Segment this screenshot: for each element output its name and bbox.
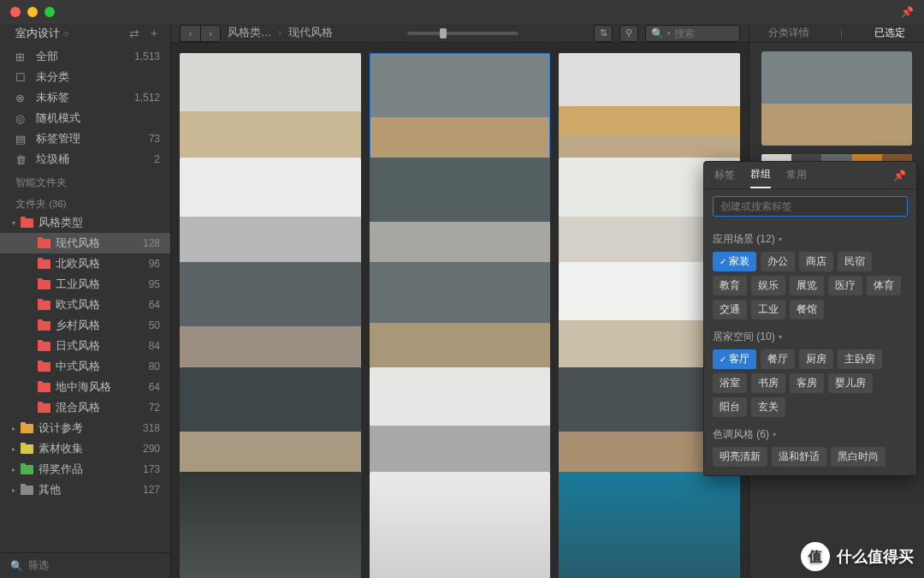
sidebar-item[interactable]: ⊞ 全部 1,513 bbox=[0, 46, 170, 67]
tag-option[interactable]: 黑白时尚 bbox=[831, 447, 886, 467]
filter-button[interactable]: ⚲ bbox=[619, 25, 638, 42]
tag-option[interactable]: 客厅 bbox=[713, 349, 756, 369]
thumbnail[interactable] bbox=[370, 262, 551, 379]
tag-option[interactable]: 餐馆 bbox=[790, 300, 824, 319]
library-switcher[interactable]: 室内设计 ◇ ⇄ ＋ bbox=[0, 24, 170, 43]
sidebar-item[interactable]: ⊗ 未标签 1,512 bbox=[0, 87, 170, 108]
add-icon[interactable]: ＋ bbox=[148, 26, 160, 41]
sidebar-item[interactable]: ▤ 标签管理 73 bbox=[0, 128, 170, 149]
folder-item[interactable]: 乡村风格 50 bbox=[0, 315, 170, 336]
tab-groups[interactable]: 群组 bbox=[750, 162, 771, 188]
thumbnail-selected[interactable] bbox=[370, 53, 551, 170]
thumbnail[interactable] bbox=[559, 472, 740, 578]
tab-tags[interactable]: 标签 bbox=[714, 163, 735, 188]
search-dropdown-icon[interactable]: ▾ bbox=[667, 30, 671, 37]
group-heading[interactable]: 居家空间 (10)▾ bbox=[713, 330, 908, 344]
folder-item[interactable]: ▾ 风格类型 bbox=[0, 212, 170, 233]
group-heading[interactable]: 色调风格 (6)▾ bbox=[713, 427, 908, 442]
expand-icon[interactable]: ▸ bbox=[12, 466, 21, 474]
folder-item[interactable]: 地中海风格 64 bbox=[0, 377, 170, 397]
thumbnail[interactable] bbox=[370, 472, 551, 578]
tag-option[interactable]: 工业 bbox=[751, 300, 785, 319]
breadcrumb[interactable]: 风格类… › 现代风格 bbox=[228, 26, 333, 40]
popover-search[interactable] bbox=[713, 196, 908, 217]
folder-item[interactable]: 工业风格 95 bbox=[0, 274, 170, 295]
tag-option[interactable]: 明亮清新 bbox=[713, 447, 767, 467]
thumbnail[interactable] bbox=[180, 262, 361, 379]
folder-item[interactable]: 混合风格 72 bbox=[0, 397, 170, 418]
pin-icon[interactable]: 📌 bbox=[901, 6, 914, 18]
tag-option[interactable]: 医疗 bbox=[828, 276, 862, 295]
nav-forward-button[interactable]: › bbox=[200, 25, 221, 42]
pin-icon[interactable]: 📌 bbox=[893, 170, 906, 182]
folder-item[interactable]: ▸ 素材收集 290 bbox=[0, 438, 170, 459]
search-box[interactable]: 🔍 ▾ bbox=[645, 25, 740, 42]
folder-count: 84 bbox=[149, 340, 160, 352]
thumbnail-size-slider[interactable] bbox=[407, 32, 518, 35]
expand-icon[interactable]: ▸ bbox=[12, 425, 21, 432]
tag-option[interactable]: 浴室 bbox=[713, 373, 747, 393]
folder-item[interactable]: ▸ 其他 127 bbox=[0, 480, 170, 500]
tag-option[interactable]: 温和舒适 bbox=[772, 447, 826, 467]
group-heading[interactable]: 应用场景 (12)▾ bbox=[713, 232, 908, 247]
tab-selected[interactable]: 已选定 bbox=[869, 24, 910, 42]
tag-option[interactable]: 家装 bbox=[713, 252, 756, 271]
thumbnail[interactable] bbox=[370, 367, 551, 485]
tag-option[interactable]: 娱乐 bbox=[751, 276, 785, 295]
tag-option[interactable]: 书房 bbox=[751, 373, 785, 393]
popover-search-input[interactable] bbox=[720, 200, 900, 212]
expand-icon[interactable]: ▸ bbox=[12, 445, 21, 453]
folder-item[interactable]: 中式风格 80 bbox=[0, 356, 170, 377]
slider-thumb[interactable] bbox=[440, 28, 447, 39]
tag-option[interactable]: 阳台 bbox=[713, 397, 747, 417]
swap-icon[interactable]: ⇄ bbox=[129, 27, 139, 40]
tag-option[interactable]: 主卧房 bbox=[838, 349, 882, 369]
crumb-parent[interactable]: 风格类… bbox=[228, 27, 272, 39]
thumbnail[interactable] bbox=[180, 472, 361, 578]
nav-back-button[interactable]: ‹ bbox=[180, 25, 200, 42]
folder-count: 95 bbox=[149, 278, 160, 290]
tag-option[interactable]: 厨房 bbox=[799, 349, 833, 369]
sidebar-item[interactable]: 🗑 垃圾桶 2 bbox=[0, 149, 170, 170]
folder-item[interactable]: ▸ 得奖作品 173 bbox=[0, 459, 170, 480]
popover-tabs: 标签 群组 常用 📌 bbox=[704, 162, 916, 189]
thumbnail[interactable] bbox=[180, 367, 361, 485]
tag-option[interactable]: 婴儿房 bbox=[828, 373, 873, 393]
sidebar-filter[interactable]: 🔍 筛选 bbox=[0, 552, 170, 578]
tab-category-detail[interactable]: 分类详情 bbox=[763, 24, 814, 42]
tag-option[interactable]: 客房 bbox=[790, 373, 824, 393]
folder-item[interactable]: 欧式风格 64 bbox=[0, 295, 170, 315]
tag-option[interactable]: 交通 bbox=[713, 300, 747, 319]
folder-item[interactable]: 日式风格 84 bbox=[0, 336, 170, 356]
tab-common[interactable]: 常用 bbox=[786, 163, 807, 188]
sort-button[interactable]: ⇅ bbox=[594, 25, 613, 42]
folder-item[interactable]: 北欧风格 96 bbox=[0, 253, 170, 274]
sidebar-item[interactable]: ◎ 随机模式 bbox=[0, 108, 170, 128]
tag-option[interactable]: 教育 bbox=[713, 276, 747, 295]
thumbnail[interactable] bbox=[180, 158, 361, 275]
tag-option[interactable]: 商店 bbox=[799, 252, 833, 271]
preview-thumbnail[interactable] bbox=[761, 51, 912, 146]
expand-icon[interactable]: ▸ bbox=[12, 486, 21, 494]
tag-option[interactable]: 体育 bbox=[867, 276, 901, 295]
folder-item[interactable]: 现代风格 128 bbox=[0, 233, 170, 253]
folder-item[interactable]: ▸ 设计参考 318 bbox=[0, 418, 170, 438]
section-smart-folders: 智能文件夹 bbox=[0, 170, 170, 191]
tag-option[interactable]: 玄关 bbox=[751, 397, 785, 417]
expand-icon[interactable]: ▾ bbox=[12, 219, 21, 227]
search-input[interactable] bbox=[674, 27, 734, 39]
tag-group-tone: 色调风格 (6)▾ 明亮清新温和舒适黑白时尚 bbox=[704, 419, 916, 468]
minimize-window[interactable] bbox=[27, 7, 38, 17]
maximize-window[interactable] bbox=[44, 7, 55, 17]
tag-option[interactable]: 办公 bbox=[761, 252, 795, 271]
sidebar-item[interactable]: ☐ 未分类 bbox=[0, 67, 170, 87]
chevron-down-icon: ◇ bbox=[63, 30, 68, 38]
tag-option[interactable]: 民宿 bbox=[838, 252, 872, 271]
thumbnail[interactable] bbox=[559, 53, 740, 170]
thumbnail[interactable] bbox=[180, 53, 361, 170]
watermark: 值 什么值得买 bbox=[801, 542, 914, 571]
tag-option[interactable]: 餐厅 bbox=[761, 349, 795, 369]
close-window[interactable] bbox=[10, 7, 21, 17]
tag-option[interactable]: 展览 bbox=[790, 276, 824, 295]
thumbnail[interactable] bbox=[370, 158, 551, 275]
